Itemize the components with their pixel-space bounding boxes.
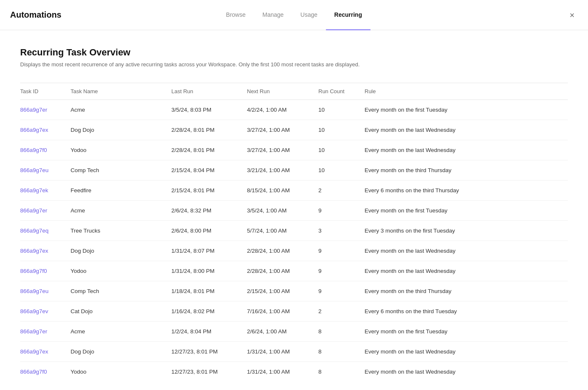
task-id-link[interactable]: 866a9g7eq [20, 228, 49, 234]
cell-task-name: Cat Dojo [71, 301, 171, 322]
cell-task-id: 866a9g7eq [20, 221, 71, 241]
cell-rule: Every 6 months on the third Thursday [365, 181, 568, 201]
cell-task-name: Acme [71, 201, 171, 221]
task-id-link[interactable]: 866a9g7f0 [20, 147, 47, 153]
cell-rule: Every month on the third Thursday [365, 160, 568, 181]
cell-run-count: 9 [318, 281, 365, 301]
cell-last-run: 1/2/24, 8:04 PM [171, 322, 247, 342]
table-row: 866a9g7ekFeedfire2/15/24, 8:01 PM8/15/24… [20, 181, 568, 201]
cell-run-count: 10 [318, 160, 365, 181]
col-header-run_count: Run Count [318, 83, 365, 100]
cell-next-run: 2/28/24, 1:00 AM [247, 241, 318, 261]
main-content: Recurring Task Overview Displays the mos… [0, 30, 588, 390]
cell-task-id: 866a9g7ex [20, 241, 71, 261]
cell-last-run: 12/27/23, 8:01 PM [171, 362, 247, 382]
cell-run-count: 3 [318, 221, 365, 241]
cell-last-run: 1/18/24, 8:01 PM [171, 281, 247, 301]
page-title: Recurring Task Overview [20, 47, 568, 58]
cell-last-run: 1/31/24, 8:00 PM [171, 261, 247, 281]
cell-next-run: 8/15/24, 1:00 AM [247, 181, 318, 201]
cell-task-id: 866a9g7er [20, 322, 71, 342]
app-title: Automations [10, 10, 61, 20]
cell-last-run: 2/6/24, 8:32 PM [171, 201, 247, 221]
table-row: 866a9g7erAcme3/5/24, 8:03 PM4/2/24, 1:00… [20, 100, 568, 120]
cell-run-count: 8 [318, 342, 365, 362]
table-row: 866a9g7exDog Dojo2/28/24, 8:01 PM3/27/24… [20, 120, 568, 140]
cell-run-count: 2 [318, 301, 365, 322]
cell-last-run: 2/15/24, 8:04 PM [171, 160, 247, 181]
table-row: 866a9g7exDog Dojo1/31/24, 8:07 PM2/28/24… [20, 241, 568, 261]
nav-tabs: BrowseManageUsageRecurring [218, 0, 370, 30]
cell-next-run: 2/15/24, 1:00 AM [247, 281, 318, 301]
table-row: 866a9g7f0Yodoo2/28/24, 8:01 PM3/27/24, 1… [20, 140, 568, 160]
cell-run-count: 8 [318, 322, 365, 342]
task-id-link[interactable]: 866a9g7eu [20, 167, 49, 173]
task-id-link[interactable]: 866a9g7er [20, 107, 47, 113]
cell-task-name: Dog Dojo [71, 342, 171, 362]
close-button[interactable]: × [566, 9, 578, 21]
table-header-row: Task IDTask NameLast RunNext RunRun Coun… [20, 83, 568, 100]
task-id-link[interactable]: 866a9g7f0 [20, 268, 47, 274]
cell-task-id: 866a9g7ex [20, 120, 71, 140]
task-id-link[interactable]: 866a9g7er [20, 328, 47, 335]
cell-task-id: 866a9g7f0 [20, 140, 71, 160]
table-row: 866a9g7euComp Tech2/15/24, 8:04 PM3/21/2… [20, 160, 568, 181]
cell-task-name: Comp Tech [71, 160, 171, 181]
cell-task-name: Acme [71, 322, 171, 342]
task-id-link[interactable]: 866a9g7ek [20, 187, 48, 194]
tab-usage[interactable]: Usage [292, 0, 326, 30]
cell-rule: Every month on the last Wednesday [365, 362, 568, 382]
cell-rule: Every month on the last Wednesday [365, 261, 568, 281]
cell-last-run: 3/5/24, 8:03 PM [171, 100, 247, 120]
cell-last-run: 2/15/24, 8:01 PM [171, 181, 247, 201]
table-body: 866a9g7erAcme3/5/24, 8:03 PM4/2/24, 1:00… [20, 100, 568, 382]
cell-next-run: 3/5/24, 1:00 AM [247, 201, 318, 221]
cell-next-run: 7/16/24, 1:00 AM [247, 301, 318, 322]
cell-next-run: 1/31/24, 1:00 AM [247, 342, 318, 362]
cell-rule: Every month on the last Wednesday [365, 241, 568, 261]
cell-run-count: 9 [318, 241, 365, 261]
cell-last-run: 2/6/24, 8:00 PM [171, 221, 247, 241]
cell-run-count: 10 [318, 140, 365, 160]
app-header: Automations BrowseManageUsageRecurring × [0, 0, 588, 30]
cell-next-run: 3/27/24, 1:00 AM [247, 120, 318, 140]
cell-rule: Every month on the first Tuesday [365, 201, 568, 221]
cell-next-run: 3/21/24, 1:00 AM [247, 160, 318, 181]
cell-run-count: 8 [318, 362, 365, 382]
task-id-link[interactable]: 866a9g7ev [20, 308, 48, 314]
table-row: 866a9g7euComp Tech1/18/24, 8:01 PM2/15/2… [20, 281, 568, 301]
task-id-link[interactable]: 866a9g7eu [20, 288, 49, 294]
cell-task-id: 866a9g7er [20, 201, 71, 221]
table-header: Task IDTask NameLast RunNext RunRun Coun… [20, 83, 568, 100]
cell-task-name: Dog Dojo [71, 241, 171, 261]
page-description: Displays the most recent recurrence of a… [20, 61, 568, 68]
tab-manage[interactable]: Manage [254, 0, 292, 30]
cell-rule: Every 6 months on the third Tuesday [365, 301, 568, 322]
cell-task-id: 866a9g7f0 [20, 261, 71, 281]
cell-task-id: 866a9g7f0 [20, 362, 71, 382]
table-row: 866a9g7exDog Dojo12/27/23, 8:01 PM1/31/2… [20, 342, 568, 362]
task-id-link[interactable]: 866a9g7er [20, 207, 47, 214]
cell-run-count: 9 [318, 201, 365, 221]
table-row: 866a9g7erAcme2/6/24, 8:32 PM3/5/24, 1:00… [20, 201, 568, 221]
task-id-link[interactable]: 866a9g7ex [20, 127, 48, 133]
cell-rule: Every 3 months on the first Tuesday [365, 221, 568, 241]
cell-task-name: Comp Tech [71, 281, 171, 301]
cell-task-name: Yodoo [71, 140, 171, 160]
cell-next-run: 1/31/24, 1:00 AM [247, 362, 318, 382]
cell-run-count: 10 [318, 100, 365, 120]
cell-rule: Every month on the last Wednesday [365, 120, 568, 140]
cell-task-name: Feedfire [71, 181, 171, 201]
table-row: 866a9g7f0Yodoo1/31/24, 8:00 PM2/28/24, 1… [20, 261, 568, 281]
table-row: 866a9g7eqTree Trucks2/6/24, 8:00 PM5/7/2… [20, 221, 568, 241]
tab-recurring[interactable]: Recurring [326, 0, 370, 30]
cell-task-name: Yodoo [71, 362, 171, 382]
cell-next-run: 2/28/24, 1:00 AM [247, 261, 318, 281]
task-id-link[interactable]: 866a9g7ex [20, 248, 48, 254]
tab-browse[interactable]: Browse [218, 0, 254, 30]
task-id-link[interactable]: 866a9g7ex [20, 348, 48, 355]
task-id-link[interactable]: 866a9g7f0 [20, 369, 47, 375]
col-header-task_id: Task ID [20, 83, 71, 100]
col-header-rule: Rule [365, 83, 568, 100]
cell-task-id: 866a9g7ex [20, 342, 71, 362]
